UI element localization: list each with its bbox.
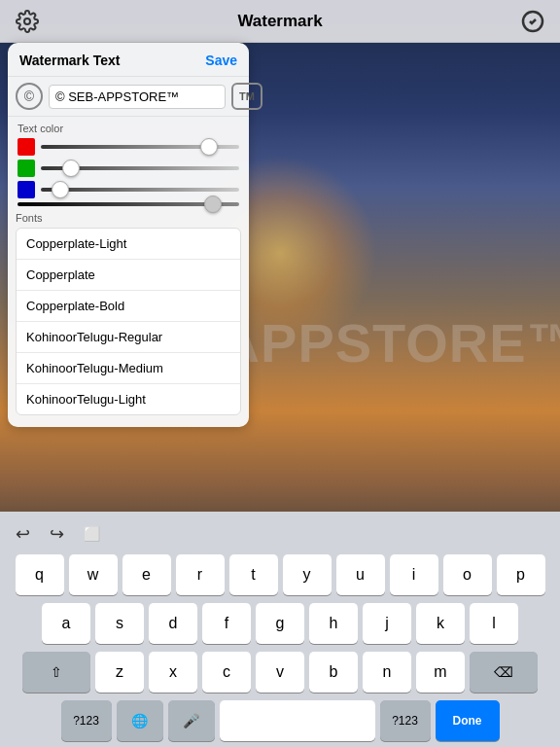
key-l[interactable]: l <box>470 603 518 644</box>
key-m[interactable]: m <box>416 652 465 693</box>
text-input-row: © TM <box>8 77 249 117</box>
tm-button[interactable]: TM <box>231 83 262 110</box>
done-key[interactable]: Done <box>436 700 500 741</box>
font-item[interactable]: Copperplate-Light <box>17 229 240 260</box>
key-v[interactable]: v <box>256 652 304 693</box>
panel-header: Watermark Text Save <box>8 43 249 77</box>
fonts-section: Fonts Copperplate-LightCopperplateCopper… <box>8 212 249 419</box>
globe-key[interactable]: 🌐 <box>117 700 163 741</box>
key-d[interactable]: d <box>149 603 197 644</box>
delete-key[interactable]: ⌫ <box>470 652 538 693</box>
key-j[interactable]: j <box>363 603 411 644</box>
keyboard-rows: qwertyuiopasdfghjkl⇧zxcvbnm⌫?123🌐🎤?123Do… <box>4 554 556 741</box>
key-e[interactable]: e <box>122 554 171 595</box>
key-w[interactable]: w <box>69 554 118 595</box>
font-item[interactable]: Copperplate-Bold <box>17 291 240 322</box>
blue-slider-row <box>18 181 239 198</box>
symbols-key[interactable]: ?123 <box>61 700 112 741</box>
green-slider[interactable] <box>41 166 239 170</box>
panel: Watermark Text Save © TM Text color <box>8 43 249 427</box>
key-c[interactable]: c <box>202 652 251 693</box>
font-item[interactable]: Copperplate <box>17 260 240 291</box>
clipboard-button[interactable]: ⬜ <box>78 522 106 546</box>
key-h[interactable]: h <box>309 603 358 644</box>
svg-point-0 <box>24 18 30 24</box>
key-r[interactable]: r <box>176 554 225 595</box>
nav-bar: Watermark <box>0 0 560 43</box>
font-item[interactable]: KohinoorTelugu-Light <box>17 384 240 414</box>
key-x[interactable]: x <box>149 652 197 693</box>
keyboard: ↩ ↪ ⬜ qwertyuiopasdfghjkl⇧zxcvbnm⌫?123🌐🎤… <box>0 512 560 747</box>
font-item[interactable]: KohinoorTelugu-Regular <box>17 322 240 353</box>
save-button[interactable]: Save <box>205 53 237 68</box>
copyright-button[interactable]: © <box>16 83 43 110</box>
key-t[interactable]: t <box>229 554 278 595</box>
keyboard-toolbar: ↩ ↪ ⬜ <box>4 519 556 554</box>
key-z[interactable]: z <box>95 652 144 693</box>
watermark-text-input[interactable] <box>49 85 226 109</box>
fonts-label: Fonts <box>16 212 241 224</box>
key-k[interactable]: k <box>416 603 465 644</box>
mic-key[interactable]: 🎤 <box>168 700 215 741</box>
alpha-slider[interactable] <box>18 202 239 206</box>
key-s[interactable]: s <box>95 603 144 644</box>
confirm-button[interactable] <box>519 8 546 35</box>
panel-title: Watermark Text <box>19 53 120 68</box>
space-key[interactable] <box>220 700 375 741</box>
key-i[interactable]: i <box>390 554 438 595</box>
key-y[interactable]: y <box>283 554 332 595</box>
key-f[interactable]: f <box>202 603 251 644</box>
redo-button[interactable]: ↪ <box>44 519 70 549</box>
key-g[interactable]: g <box>256 603 304 644</box>
settings-button[interactable] <box>14 8 41 35</box>
red-slider-row <box>18 138 239 156</box>
fonts-list: Copperplate-LightCopperplateCopperplate-… <box>16 228 241 415</box>
font-item[interactable]: KohinoorTelugu-Medium <box>17 353 240 384</box>
nav-title: Watermark <box>237 12 322 31</box>
text-color-label: Text color <box>18 123 239 134</box>
undo-button[interactable]: ↩ <box>10 519 36 549</box>
sliders-section: Text color <box>8 117 249 212</box>
blue-slider[interactable] <box>41 188 239 192</box>
green-swatch <box>18 160 35 177</box>
key-b[interactable]: b <box>309 652 358 693</box>
key-q[interactable]: q <box>16 554 64 595</box>
red-slider[interactable] <box>41 145 239 149</box>
key-o[interactable]: o <box>443 554 492 595</box>
key-p[interactable]: p <box>497 554 545 595</box>
key-n[interactable]: n <box>363 652 411 693</box>
key-a[interactable]: a <box>42 603 90 644</box>
key-u[interactable]: u <box>336 554 385 595</box>
blue-swatch <box>18 181 35 198</box>
red-swatch <box>18 138 35 156</box>
shift-key[interactable]: ⇧ <box>22 652 90 693</box>
alpha-slider-row <box>18 202 239 206</box>
green-slider-row <box>18 160 239 177</box>
symbols-key-right[interactable]: ?123 <box>380 700 431 741</box>
bottom-key-row: ?123🌐🎤?123Done <box>4 700 556 741</box>
